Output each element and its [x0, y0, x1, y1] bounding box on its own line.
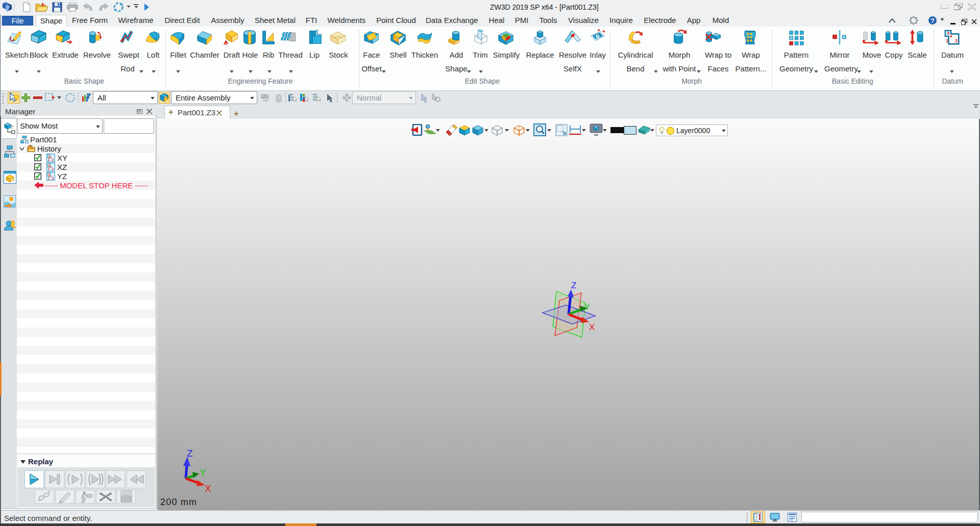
svg-text:Y: Y	[200, 467, 206, 478]
svg-text:1: 1	[48, 177, 50, 180]
svg-text:1: 1	[48, 158, 50, 162]
svg-text:2: 2	[52, 158, 54, 162]
svg-text:1: 1	[946, 38, 948, 43]
svg-text:Y: Y	[584, 302, 590, 312]
svg-text:Z: Z	[571, 281, 576, 290]
svg-text:2: 2	[52, 167, 54, 171]
svg-text:DEF: DEF	[276, 100, 282, 103]
svg-text:3: 3	[48, 164, 50, 167]
svg-text:X: X	[589, 322, 595, 332]
svg-text:1: 1	[48, 167, 50, 171]
svg-text:3: 3	[48, 155, 50, 158]
svg-text:DEF: DEF	[263, 99, 269, 102]
svg-text:3: 3	[947, 30, 949, 36]
svg-text:3: 3	[48, 173, 50, 177]
svg-text:2: 2	[52, 177, 54, 180]
svg-text:2: 2	[955, 38, 958, 43]
svg-text:X: X	[205, 483, 211, 494]
svg-text:?: ?	[930, 17, 935, 24]
svg-text:Z: Z	[187, 448, 193, 459]
